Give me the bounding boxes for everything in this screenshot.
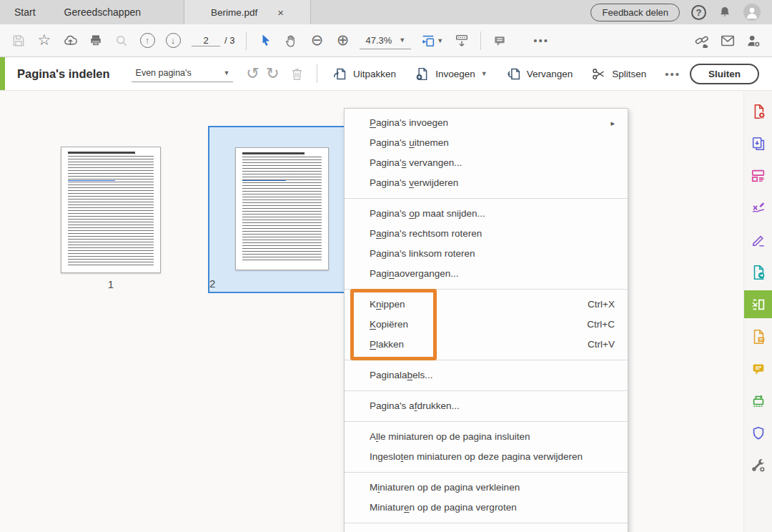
- menu-item-paginas-linksom-roteren-label: Pagina's linksom roteren: [370, 244, 615, 264]
- menu-item-paginas-invoegen[interactable]: Pagina's invoegen▸: [345, 113, 628, 133]
- menu-item-paginas-linksom-roteren[interactable]: Pagina's linksom roteren: [345, 244, 628, 264]
- email-icon[interactable]: [715, 29, 741, 53]
- page-range-value: Even pagina's: [136, 68, 192, 78]
- menu-item-paginas-verwijderen-label: Pagina's verwijderen: [370, 173, 615, 193]
- protect-icon[interactable]: [744, 419, 772, 447]
- menu-item-paginas-op-maat-snijden-label: Pagina's op maat snijden...: [370, 204, 615, 224]
- menu-separator: [345, 198, 628, 199]
- menu-item-paginalabels[interactable]: Paginalabels...: [345, 365, 628, 385]
- close-tool-button[interactable]: Sluiten: [690, 64, 759, 84]
- delete-pages-icon[interactable]: [287, 61, 307, 86]
- zoom-in-icon[interactable]: ⊕: [330, 29, 355, 53]
- print-icon[interactable]: [83, 29, 109, 53]
- edit-pdf-icon[interactable]: [744, 162, 772, 189]
- zoom-level-control[interactable]: 47.3% ▼: [360, 32, 411, 49]
- menu-item-kopieren[interactable]: KopiërenCtrl+C: [345, 315, 628, 335]
- zoom-out-icon[interactable]: ⊖: [304, 29, 330, 53]
- close-tab-icon[interactable]: ×: [277, 7, 284, 18]
- page-total-label: / 3: [224, 35, 234, 46]
- avatar[interactable]: [743, 4, 761, 21]
- rotate-right-icon[interactable]: ↻: [262, 64, 282, 83]
- menu-separator: [345, 472, 628, 473]
- menu-item-paginaovergangen-label: Paginaovergangen...: [370, 264, 615, 284]
- feedback-button[interactable]: Feedback delen: [590, 4, 680, 21]
- toolbar-divider: [317, 64, 317, 83]
- next-page-icon[interactable]: ↓: [160, 29, 186, 53]
- document-comment-icon[interactable]: [744, 322, 772, 350]
- menu-separator: [345, 390, 628, 391]
- export-pdf-icon[interactable]: [744, 258, 772, 286]
- menu-separator: [345, 360, 628, 360]
- split-button-label: Splitsen: [612, 69, 646, 79]
- replace-button-label: Vervangen: [527, 69, 573, 79]
- menu-item-paginas-vervangen-label: Pagina's vervangen...: [370, 153, 615, 173]
- fill-sign-icon[interactable]: [744, 194, 772, 222]
- menu-item-miniaturen-vergroten[interactable]: Miniaturen op de pagina vergroten: [345, 498, 628, 518]
- comment-bubble-icon[interactable]: [744, 355, 772, 383]
- page-number-input[interactable]: [192, 35, 220, 46]
- comment-icon[interactable]: [487, 29, 513, 53]
- tab-document[interactable]: Berime.pdf ×: [184, 0, 311, 24]
- menu-item-plakken[interactable]: PlakkenCtrl+V: [345, 335, 628, 355]
- previous-page-icon[interactable]: ↑: [134, 29, 160, 53]
- page-range-dropdown[interactable]: Even pagina's ▼: [132, 65, 233, 82]
- combine-files-icon[interactable]: [744, 129, 772, 157]
- menu-item-knippen[interactable]: KnippenCtrl+X: [345, 295, 628, 315]
- more-tools-icon[interactable]: [744, 451, 772, 479]
- menu-item-paginas-uitnemen[interactable]: Pagina's uitnemen: [345, 133, 628, 153]
- extract-button[interactable]: Uitpakken: [332, 66, 396, 82]
- cloud-upload-icon[interactable]: [57, 29, 83, 53]
- tab-gereedschappen[interactable]: Gereedschappen: [50, 0, 155, 24]
- menu-item-paginas-op-maat-snijden[interactable]: Pagina's op maat snijden...: [345, 204, 628, 224]
- notifications-icon[interactable]: [718, 5, 732, 19]
- chevron-down-icon: ▼: [481, 70, 488, 77]
- acrobat-window: { "colors": { "accent_green": "#86BC40",…: [0, 0, 772, 532]
- menu-item-miniaturen-verkleinen[interactable]: Miniaturen op de pagina verkleinen: [345, 478, 628, 498]
- insert-button[interactable]: Invoegen ▼: [415, 66, 487, 82]
- page-2-text-content: [242, 157, 322, 262]
- submenu-arrow-icon: ▸: [610, 113, 615, 133]
- replace-button[interactable]: Vervangen: [506, 66, 573, 82]
- page-2-preview[interactable]: [235, 147, 329, 270]
- split-button[interactable]: Splitsen: [591, 66, 646, 82]
- menu-item-pagina-eigenschappen[interactable]: Pagina-eigenschappen...: [345, 528, 628, 532]
- menu-item-paginas-afdrukken-label: Pagina's afdrukken...: [370, 396, 615, 416]
- search-icon[interactable]: [109, 29, 134, 53]
- menu-item-paginaovergangen[interactable]: Paginaovergangen...: [345, 264, 628, 284]
- menu-item-paginas-afdrukken[interactable]: Pagina's afdrukken...: [345, 396, 628, 416]
- page-1-preview[interactable]: [61, 147, 161, 273]
- titlebar: Start Gereedschappen Berime.pdf × Feedba…: [0, 0, 772, 24]
- help-icon[interactable]: ?: [691, 5, 706, 20]
- page-2-number: 2: [209, 277, 355, 290]
- star-icon[interactable]: ☆: [31, 29, 57, 53]
- hand-tool-icon[interactable]: [278, 29, 304, 53]
- menu-item-ingesloten-miniaturen-verwijderen[interactable]: Ingesloten miniaturen op deze pagina ver…: [345, 447, 628, 467]
- menu-item-paginas-verwijderen[interactable]: Pagina's verwijderen: [345, 173, 628, 193]
- menu-item-paginas-vervangen[interactable]: Pagina's vervangen...: [345, 153, 628, 173]
- tab-start[interactable]: Start: [0, 0, 50, 24]
- scroll-mode-icon[interactable]: [449, 29, 475, 53]
- create-pdf-icon[interactable]: [744, 97, 772, 125]
- save-icon[interactable]: [6, 29, 31, 53]
- sign-pen-icon[interactable]: [744, 226, 772, 254]
- more-tools-menu-icon[interactable]: •••: [665, 68, 681, 80]
- menu-item-paginas-rechtsom-roteren[interactable]: Pagina's rechtsom roteren: [345, 224, 628, 244]
- rotate-left-icon[interactable]: ↺: [243, 64, 263, 83]
- toolbar-divider: [480, 31, 481, 50]
- scan-ocr-icon[interactable]: [744, 387, 772, 415]
- menu-item-alle-miniaturen-insluiten[interactable]: Alle miniaturen op de pagina insluiten: [345, 427, 628, 447]
- menu-item-paginas-uitnemen-label: Pagina's uitnemen: [370, 133, 615, 153]
- page-thumbnail-2-selected[interactable]: 2: [208, 126, 356, 293]
- page-thumbnail-1[interactable]: 1: [61, 147, 161, 290]
- share-link-icon[interactable]: [689, 29, 715, 53]
- add-user-icon[interactable]: [741, 29, 766, 53]
- menu-item-knippen-label: Knippen: [370, 295, 588, 315]
- extract-button-label: Uitpakken: [353, 69, 396, 79]
- select-tool-icon[interactable]: [252, 29, 278, 53]
- fit-width-chevron-icon[interactable]: ▼: [437, 37, 443, 44]
- organize-pages-icon[interactable]: [744, 290, 772, 318]
- toolbar-divider: [246, 31, 247, 50]
- more-options-icon[interactable]: •••: [528, 29, 554, 53]
- menu-item-miniaturen-vergroten-label: Miniaturen op de pagina vergroten: [370, 498, 615, 518]
- titlebar-right: Feedback delen ?: [590, 0, 772, 24]
